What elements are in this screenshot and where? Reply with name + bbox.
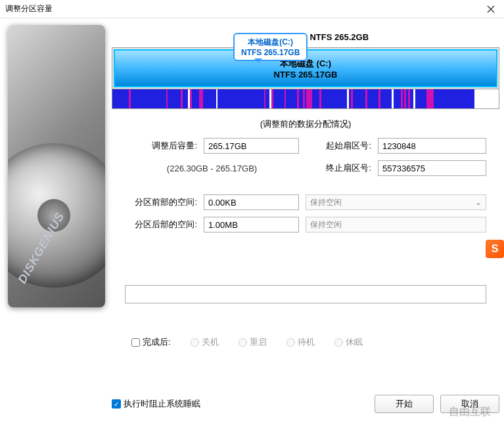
radio-restart[interactable]: 重启 bbox=[239, 336, 267, 348]
after-mode-select[interactable]: 保持空闲 bbox=[306, 217, 486, 233]
section-title: (调整前的数据分配情况) bbox=[112, 118, 499, 130]
content-panel: 本地磁盘(C:) NTFS 265.17GB D1:本地磁盘 (C:) NTFS… bbox=[105, 18, 504, 421]
before-mode-value: 保持空闲 bbox=[310, 197, 342, 208]
hdd-image: DISKGENIUS bbox=[8, 25, 105, 307]
window-title: 调整分区容量 bbox=[5, 3, 53, 14]
before-mode-select[interactable]: 保持空闲 ⌄ bbox=[306, 194, 486, 210]
after-complete-row: 完成后: 关机 重启 待机 休眠 bbox=[112, 303, 499, 348]
usage-bar bbox=[112, 89, 499, 109]
bottom-row: ✓ 执行时阻止系统睡眠 开始 取消 bbox=[112, 395, 499, 413]
chevron-down-icon: ⌄ bbox=[475, 198, 482, 207]
checkmark-icon: ✓ bbox=[112, 399, 121, 409]
ime-icon[interactable]: S bbox=[486, 240, 504, 258]
end-sector-input[interactable] bbox=[378, 160, 486, 176]
close-icon bbox=[487, 5, 495, 13]
after-mode-value: 保持空闲 bbox=[310, 219, 342, 231]
radio-hibernate[interactable]: 休眠 bbox=[334, 336, 363, 348]
partition-tooltip: 本地磁盘(C:) NTFS 265.17GB bbox=[233, 33, 308, 61]
partition-info: NTFS 265.17GB bbox=[274, 70, 338, 79]
titlebar: 调整分区容量 bbox=[0, 0, 504, 18]
tooltip-line1: 本地磁盘(C:) bbox=[241, 37, 300, 48]
prevent-sleep-label: 执行时阻止系统睡眠 bbox=[124, 398, 200, 410]
after-complete-label: 完成后: bbox=[143, 336, 171, 348]
path-input[interactable] bbox=[125, 285, 486, 303]
size-range-hint: (226.30GB - 265.17GB) bbox=[125, 164, 299, 173]
after-complete-checkbox[interactable]: 完成后: bbox=[131, 336, 171, 348]
start-sector-input[interactable] bbox=[378, 138, 486, 154]
radio-standby[interactable]: 待机 bbox=[286, 336, 315, 348]
after-space-input[interactable] bbox=[204, 217, 299, 233]
watermark: 自由互联 bbox=[449, 405, 491, 419]
after-complete-check[interactable] bbox=[131, 338, 140, 347]
prevent-sleep-checkbox[interactable]: ✓ 执行时阻止系统睡眠 bbox=[112, 398, 200, 410]
after-space-label: 分区后部的空间: bbox=[125, 219, 197, 231]
start-button[interactable]: 开始 bbox=[375, 395, 434, 413]
form-grid: 调整后容量: 起始扇区号: (226.30GB - 265.17GB) 终止扇区… bbox=[112, 138, 499, 233]
end-sector-label: 终止扇区号: bbox=[306, 162, 371, 174]
before-space-label: 分区前部的空间: bbox=[125, 196, 197, 208]
start-sector-label: 起始扇区号: bbox=[306, 140, 371, 152]
tooltip-line2: NTFS 265.17GB bbox=[241, 48, 300, 57]
close-button[interactable] bbox=[483, 1, 499, 17]
size-label: 调整后容量: bbox=[125, 140, 197, 152]
size-input[interactable] bbox=[204, 138, 299, 154]
sidebar-illustration: DISKGENIUS bbox=[0, 18, 105, 421]
radio-shutdown[interactable]: 关机 bbox=[191, 336, 219, 348]
before-space-input[interactable] bbox=[204, 194, 299, 210]
